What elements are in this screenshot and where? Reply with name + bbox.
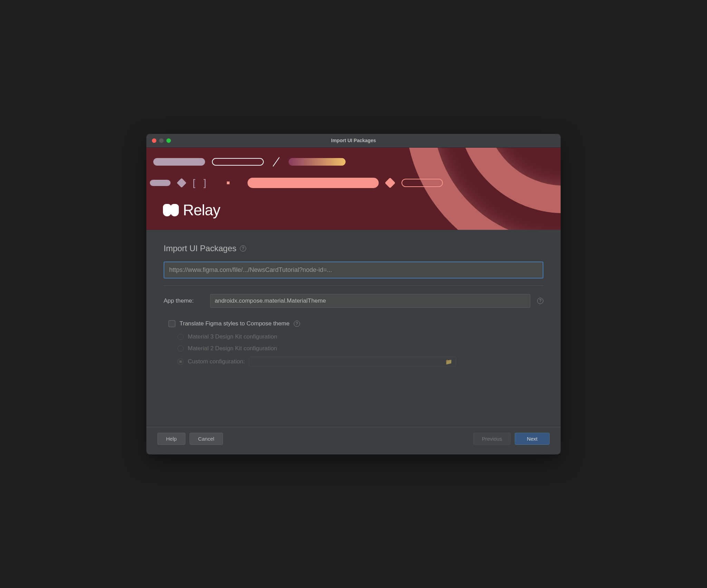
app-theme-row: App theme: ? — [164, 294, 543, 308]
radio-material3-row: Material 3 Design Kit configuration — [177, 333, 543, 340]
footer: Help Cancel Previous Next — [146, 427, 561, 454]
radio-material2-row: Material 2 Design Kit configuration — [177, 345, 543, 352]
previous-button: Previous — [473, 433, 511, 445]
content-area: Import UI Packages ? App theme: ? Transl… — [146, 230, 561, 427]
minimize-icon — [159, 138, 164, 143]
dialog-window: Import UI Packages [ ] Relay Imp — [146, 134, 561, 454]
help-icon[interactable]: ? — [294, 321, 300, 327]
help-icon[interactable]: ? — [537, 298, 543, 304]
banner-shapes-row-1 — [153, 158, 346, 166]
translate-checkbox[interactable] — [168, 320, 175, 327]
relay-logo-text: Relay — [183, 202, 220, 219]
banner: [ ] Relay — [146, 148, 561, 230]
cancel-button[interactable]: Cancel — [190, 433, 223, 445]
config-radio-group: Material 3 Design Kit configuration Mate… — [177, 333, 543, 367]
titlebar: Import UI Packages — [146, 134, 561, 148]
radio-custom-label: Custom configuration: — [188, 358, 245, 365]
custom-config-input-wrap: 📁 — [249, 357, 456, 367]
help-button[interactable]: Help — [157, 433, 185, 445]
figma-url-input[interactable] — [164, 262, 543, 278]
close-icon[interactable] — [152, 138, 156, 143]
maximize-icon[interactable] — [166, 138, 171, 143]
translate-checkbox-row: Translate Figma styles to Compose theme … — [168, 320, 543, 327]
radio-material2-label: Material 2 Design Kit configuration — [188, 345, 277, 352]
radio-material3 — [177, 334, 184, 340]
radio-custom — [177, 359, 184, 365]
section-title: Import UI Packages — [164, 244, 236, 253]
next-button[interactable]: Next — [515, 433, 550, 445]
app-theme-input[interactable] — [210, 294, 530, 308]
window-title: Import UI Packages — [331, 138, 376, 143]
help-icon[interactable]: ? — [240, 245, 246, 252]
folder-icon: 📁 — [445, 359, 452, 365]
custom-config-input — [253, 359, 445, 365]
translate-checkbox-label: Translate Figma styles to Compose theme — [180, 320, 290, 327]
relay-logo: Relay — [163, 202, 220, 219]
divider — [164, 285, 543, 286]
relay-icon — [163, 204, 180, 216]
section-title-row: Import UI Packages ? — [164, 244, 543, 253]
radio-custom-row: Custom configuration: 📁 — [177, 357, 543, 367]
banner-shapes-row-2: [ ] — [150, 177, 443, 188]
radio-material3-label: Material 3 Design Kit configuration — [188, 333, 277, 340]
radio-material2 — [177, 345, 184, 352]
banner-decoration-arcs — [319, 148, 561, 230]
traffic-lights — [152, 138, 171, 143]
app-theme-label: App theme: — [164, 297, 203, 304]
